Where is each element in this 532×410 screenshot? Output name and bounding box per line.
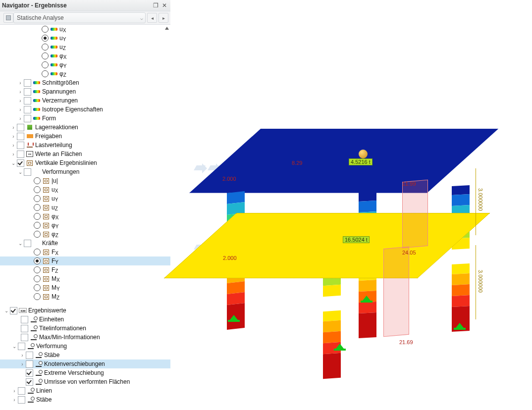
tree-item-phiy[interactable]: φY: [0, 60, 170, 69]
tree-item-v_phiy[interactable]: φY: [0, 221, 170, 230]
radio-button[interactable]: [42, 61, 49, 68]
radio-button[interactable]: [34, 222, 41, 229]
chevron-right-icon[interactable]: ›: [10, 151, 17, 157]
radio-button[interactable]: [34, 249, 41, 256]
chevron-right-icon[interactable]: ›: [10, 133, 17, 140]
radio-button[interactable]: [34, 186, 41, 193]
tree-item-ergwerte[interactable]: ⌄x.xxErgebniswerte: [0, 306, 170, 315]
chevron-down-icon[interactable]: ⌄: [3, 307, 10, 314]
tree-item-wertefl[interactable]: ›xxWerte an Flächen: [0, 150, 170, 158]
checkbox[interactable]: [26, 360, 33, 368]
checkbox[interactable]: [17, 142, 24, 149]
tree-item-verformungen[interactable]: ⌄Verformungen: [0, 167, 170, 176]
checkbox[interactable]: [17, 124, 24, 131]
tree-item-v_ux[interactable]: uX: [0, 185, 170, 194]
checkbox[interactable]: [26, 352, 33, 359]
pin-icon[interactable]: ❐: [152, 1, 160, 9]
radio-button[interactable]: [42, 44, 49, 51]
radio-button[interactable]: [42, 35, 49, 42]
tree-item-mz[interactable]: MZ: [0, 292, 170, 301]
tree-item-verformung[interactable]: ⌄Verformung: [0, 342, 170, 351]
chevron-right-icon[interactable]: ›: [17, 115, 24, 122]
tree-item-mx[interactable]: MX: [0, 274, 170, 283]
close-icon[interactable]: ✕: [160, 1, 168, 9]
chevron-down-icon[interactable]: ⌄: [11, 343, 18, 350]
analysis-dropdown[interactable]: Statische Analyse ⌵: [13, 12, 146, 23]
scroll-up-icon[interactable]: [164, 27, 169, 32]
chevron-down-icon[interactable]: ⌄: [10, 159, 17, 166]
checkbox[interactable]: [10, 307, 17, 314]
tree-item-linien[interactable]: ›Linien: [0, 386, 170, 395]
tree-item-form[interactable]: ›Form: [0, 114, 170, 123]
tree-item-schnitt[interactable]: ›Schnittgrößen: [0, 78, 170, 87]
checkbox[interactable]: [24, 97, 31, 104]
checkbox[interactable]: [24, 115, 31, 122]
checkbox[interactable]: [21, 316, 28, 323]
tree-item-extrem[interactable]: Extreme Verschiebung: [0, 368, 170, 377]
tree-item-titel[interactable]: Titelinformationen: [0, 324, 170, 333]
tree-item-staebe2[interactable]: ›Stäbe: [0, 395, 170, 404]
radio-button[interactable]: [34, 275, 41, 282]
tree-item-v_uy[interactable]: uY: [0, 194, 170, 203]
checkbox[interactable]: [26, 369, 33, 377]
model-viewport[interactable]: 4.5216 t 16.5024 t 3.000000 3.000000: [170, 0, 532, 410]
checkbox[interactable]: [17, 133, 24, 140]
tree-item-verz[interactable]: ›Verzerrungen: [0, 96, 170, 105]
tree-item-fz[interactable]: FZ: [0, 265, 170, 274]
chevron-right-icon[interactable]: ›: [17, 106, 24, 113]
tree-item-lager[interactable]: ›Lagerreaktionen: [0, 123, 170, 132]
checkbox[interactable]: [24, 168, 31, 176]
tree-item-maxmin[interactable]: Max/Min-Informationen: [0, 333, 170, 342]
tree-item-phix[interactable]: φX: [0, 51, 170, 60]
radio-button[interactable]: [34, 177, 41, 184]
tree-item-staebe1[interactable]: ›Stäbe: [0, 351, 170, 359]
tree-item-spann[interactable]: ›Spannungen: [0, 87, 170, 96]
radio-button[interactable]: [34, 257, 41, 264]
tree-item-freig[interactable]: ›Freigaben: [0, 132, 170, 141]
chevron-right-icon[interactable]: ›: [11, 396, 18, 403]
radio-button[interactable]: [34, 195, 41, 202]
chevron-right-icon[interactable]: ›: [19, 360, 26, 367]
radio-button[interactable]: [34, 204, 41, 211]
checkbox[interactable]: [18, 387, 25, 395]
chevron-down-icon[interactable]: ⌄: [17, 168, 24, 175]
chevron-right-icon[interactable]: ›: [11, 387, 18, 394]
tree-item-fy[interactable]: FY: [0, 256, 170, 265]
chevron-right-icon[interactable]: ›: [17, 88, 24, 95]
tree-item-u_abs[interactable]: |u|: [0, 176, 170, 185]
tree-item-vertikal[interactable]: ⌄Vertikale Ergebnislinien: [0, 158, 170, 167]
tree-item-uy[interactable]: uY: [0, 34, 170, 43]
checkbox[interactable]: [21, 325, 28, 332]
checkbox[interactable]: [17, 151, 24, 158]
checkbox[interactable]: [24, 88, 31, 96]
checkbox[interactable]: [17, 159, 24, 167]
radio-button[interactable]: [34, 231, 41, 238]
result-tree[interactable]: uXuYuZφXφYφZ›Schnittgrößen›Spannungen›Ve…: [0, 25, 170, 410]
checkbox[interactable]: [18, 343, 25, 350]
chevron-right-icon[interactable]: ›: [10, 124, 17, 131]
tree-item-v_phiz[interactable]: φZ: [0, 230, 170, 239]
checkbox[interactable]: [18, 396, 25, 404]
tree-item-einheiten[interactable]: Einheiten: [0, 315, 170, 324]
chevron-right-icon[interactable]: ›: [17, 79, 24, 86]
radio-button[interactable]: [34, 284, 41, 291]
tree-item-v_uz[interactable]: uZ: [0, 203, 170, 212]
radio-button[interactable]: [34, 293, 41, 300]
tree-item-lastv[interactable]: ›Lastverteilung: [0, 141, 170, 150]
chevron-right-icon[interactable]: ›: [10, 142, 17, 149]
tree-item-knot[interactable]: ›Knotenverschiebungen: [0, 359, 170, 368]
radio-button[interactable]: [34, 266, 41, 273]
tree-item-v_phix[interactable]: φX: [0, 212, 170, 221]
tree-item-my[interactable]: MY: [0, 283, 170, 292]
checkbox[interactable]: [24, 79, 31, 87]
tree-item-kraefte[interactable]: ⌄Kräfte: [0, 239, 170, 248]
checkbox[interactable]: [26, 378, 33, 386]
radio-button[interactable]: [42, 70, 49, 77]
radio-button[interactable]: [42, 52, 49, 59]
chevron-down-icon[interactable]: ⌄: [17, 240, 24, 247]
tree-item-iso[interactable]: ›Isotrope Eigenschaften: [0, 105, 170, 114]
tree-item-phiz[interactable]: φZ: [0, 69, 170, 78]
checkbox[interactable]: [21, 334, 28, 341]
radio-button[interactable]: [42, 26, 49, 33]
chevron-right-icon[interactable]: ›: [17, 97, 24, 104]
